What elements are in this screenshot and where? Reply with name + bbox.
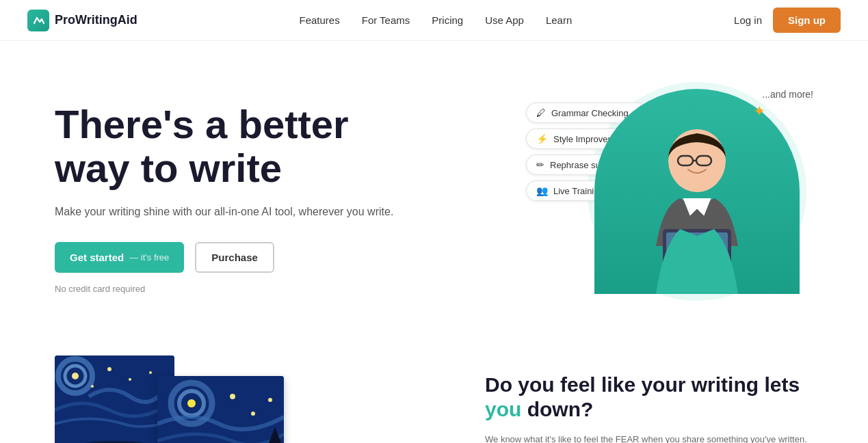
second-section: My idea in my head Do you feel like your… bbox=[0, 342, 868, 443]
style-icon: ⚡ bbox=[536, 133, 548, 144]
svg-point-19 bbox=[187, 399, 196, 407]
svg-point-11 bbox=[129, 378, 131, 381]
sparkle-icon: ✦ bbox=[753, 103, 765, 120]
painting-back bbox=[55, 355, 174, 443]
painting-stack: My idea in my head bbox=[55, 355, 287, 443]
hero-subtitle: Make your writing shine with our all-in-… bbox=[55, 204, 393, 220]
training-icon: 👥 bbox=[536, 185, 548, 196]
painting-front bbox=[157, 376, 284, 443]
nav-for-teams[interactable]: For Teams bbox=[362, 14, 410, 26]
svg-point-13 bbox=[149, 371, 152, 374]
hero-section: There's a better way to write Make your … bbox=[0, 41, 868, 342]
svg-point-21 bbox=[251, 412, 255, 416]
hero-person-illustration bbox=[594, 89, 800, 294]
hero-left: There's a better way to write Make your … bbox=[55, 103, 393, 294]
svg-point-20 bbox=[230, 394, 235, 399]
nav-features[interactable]: Features bbox=[300, 14, 340, 26]
get-started-button[interactable]: Get started — it's free bbox=[55, 242, 184, 273]
hero-right: 🖊 Grammar Checking ⚡ Style Improvements … bbox=[526, 82, 813, 314]
rephrase-icon: ✏ bbox=[536, 159, 544, 170]
grammar-icon: 🖊 bbox=[536, 107, 546, 118]
no-credit-text: No credit card required bbox=[55, 284, 393, 294]
navbar: ProWritingAid Features For Teams Pricing… bbox=[0, 0, 868, 41]
logo-link[interactable]: ProWritingAid bbox=[27, 10, 137, 31]
nav-right: Log in Sign up bbox=[734, 8, 841, 33]
svg-point-22 bbox=[268, 398, 272, 402]
and-more-text: ...and more! bbox=[762, 89, 813, 100]
logo-text: ProWritingAid bbox=[55, 13, 137, 27]
section-text: We know what it's like to feel the FEAR … bbox=[485, 433, 813, 443]
hero-title: There's a better way to write bbox=[55, 103, 393, 190]
svg-point-9 bbox=[72, 373, 79, 379]
purchase-button[interactable]: Purchase bbox=[195, 242, 274, 273]
svg-point-10 bbox=[107, 367, 111, 371]
nav-links: Features For Teams Pricing Use App Learn bbox=[300, 14, 573, 27]
logo-icon bbox=[27, 10, 49, 31]
nav-pricing[interactable]: Pricing bbox=[432, 14, 463, 26]
login-link[interactable]: Log in bbox=[734, 14, 762, 26]
nav-use-app[interactable]: Use App bbox=[485, 14, 524, 26]
svg-point-12 bbox=[91, 385, 94, 388]
second-left: My idea in my head bbox=[55, 355, 301, 443]
hero-cta: Get started — it's free Purchase bbox=[55, 242, 393, 273]
section-title: Do you feel like your writing lets you d… bbox=[485, 373, 813, 422]
second-right: Do you feel like your writing lets you d… bbox=[485, 373, 813, 443]
signup-button[interactable]: Sign up bbox=[773, 8, 841, 33]
nav-learn[interactable]: Learn bbox=[546, 14, 572, 26]
